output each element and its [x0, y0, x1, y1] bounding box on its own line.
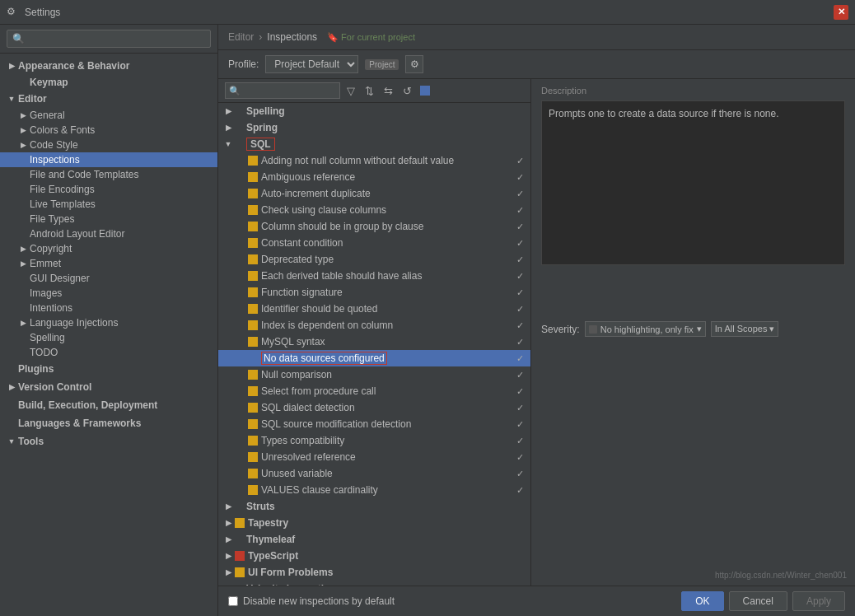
- check-icon[interactable]: [514, 484, 526, 496]
- sidebar-item-label: Tools: [18, 436, 44, 447]
- severity-dropdown[interactable]: No highlighting, only fix ▾: [585, 321, 706, 337]
- sidebar-item-label: File Types: [30, 213, 74, 225]
- sidebar-item-build-execution[interactable]: Build, Execution, Deployment: [0, 396, 217, 414]
- scope-box[interactable]: [420, 86, 430, 96]
- disable-checkbox[interactable]: [228, 596, 238, 606]
- sidebar-item-live-templates[interactable]: Live Templates: [0, 197, 217, 212]
- check-icon[interactable]: [514, 418, 526, 430]
- list-item[interactable]: Adding not null column without default v…: [218, 152, 530, 169]
- list-item[interactable]: Null comparison: [218, 366, 530, 383]
- sidebar-item-todo[interactable]: TODO: [0, 345, 217, 360]
- check-icon[interactable]: [514, 451, 526, 463]
- sidebar-item-intentions[interactable]: Intentions: [0, 301, 217, 315]
- gear-button[interactable]: ⚙: [405, 55, 423, 73]
- inspections-search-input[interactable]: [225, 82, 340, 99]
- sidebar-item-languages-frameworks[interactable]: Languages & Frameworks: [0, 414, 217, 432]
- list-item[interactable]: ▶Spelling: [218, 103, 530, 119]
- sidebar-item-plugins[interactable]: Plugins: [0, 360, 217, 378]
- check-icon[interactable]: [514, 188, 526, 199]
- check-icon[interactable]: [514, 254, 526, 265]
- close-button[interactable]: ✕: [834, 5, 848, 20]
- sidebar-item-emmet[interactable]: ▶Emmet: [0, 256, 217, 271]
- list-item[interactable]: ▶Thymeleaf: [218, 531, 530, 548]
- list-item[interactable]: ▶Struts: [218, 498, 530, 515]
- sidebar-item-file-code-templates[interactable]: File and Code Templates: [0, 167, 217, 182]
- sidebar-item-language-injections[interactable]: ▶Language Injections: [0, 315, 217, 330]
- list-item[interactable]: Column should be in group by clause: [218, 218, 530, 235]
- check-icon[interactable]: [514, 435, 526, 446]
- sidebar-item-appearance[interactable]: ▶Appearance & Behavior: [0, 57, 217, 75]
- check-icon[interactable]: [514, 237, 526, 249]
- cancel-button[interactable]: Cancel: [729, 591, 787, 611]
- sidebar-item-file-types[interactable]: File Types: [0, 212, 217, 226]
- list-item[interactable]: Unresolved reference: [218, 449, 530, 465]
- list-item[interactable]: Constant condition: [218, 235, 530, 251]
- list-item[interactable]: Each derived table should have alias: [218, 268, 530, 284]
- list-item[interactable]: ▼SQL: [218, 136, 530, 152]
- apply-button[interactable]: Apply: [792, 591, 845, 611]
- sidebar-item-version-control[interactable]: ▶Version Control: [0, 378, 217, 396]
- list-item[interactable]: ▶TypeScript: [218, 548, 530, 564]
- check-icon[interactable]: [514, 204, 526, 216]
- ok-button[interactable]: OK: [681, 591, 723, 611]
- sidebar-item-gui-designer[interactable]: GUI Designer: [0, 271, 217, 286]
- list-item[interactable]: ▶Tapestry: [218, 515, 530, 531]
- sidebar-item-inspections[interactable]: Inspections: [0, 152, 217, 167]
- sidebar-item-images[interactable]: Images: [0, 286, 217, 301]
- list-item-label: Check using clause columns: [261, 204, 386, 216]
- sidebar-search-input[interactable]: [7, 30, 211, 48]
- filter-button[interactable]: ▽: [343, 83, 358, 99]
- list-item[interactable]: Ambiguous reference: [218, 169, 530, 185]
- sidebar-item-spelling[interactable]: Spelling: [0, 330, 217, 345]
- sidebar-item-editor[interactable]: ▼Editor: [0, 90, 217, 108]
- list-item[interactable]: ▶UI Form Problems: [218, 564, 530, 581]
- check-icon[interactable]: [514, 402, 526, 413]
- title-bar: ⚙ Settings ✕: [0, 0, 855, 25]
- severity-indicator: [248, 485, 258, 495]
- check-icon[interactable]: [514, 270, 526, 282]
- breadcrumb-editor: Editor: [228, 31, 254, 43]
- sidebar-tree: ▶Appearance & BehaviorKeymap▼Editor▶Gene…: [0, 54, 217, 454]
- sidebar-item-code-style[interactable]: ▶Code Style: [0, 138, 217, 152]
- list-item[interactable]: Types compatibility: [218, 432, 530, 449]
- check-icon[interactable]: [514, 155, 526, 166]
- list-item[interactable]: Auto-increment duplicate: [218, 185, 530, 202]
- list-item[interactable]: SQL source modification detection: [218, 416, 530, 432]
- sidebar-item-copyright[interactable]: ▶Copyright: [0, 241, 217, 256]
- severity-label: Severity:: [541, 324, 580, 335]
- list-item[interactable]: VALUES clause cardinality: [218, 482, 530, 498]
- check-icon[interactable]: [514, 352, 526, 364]
- list-item[interactable]: Identifier should be quoted: [218, 301, 530, 317]
- list-item[interactable]: Index is dependent on column: [218, 317, 530, 334]
- list-item[interactable]: SQL dialect detection: [218, 399, 530, 416]
- list-item[interactable]: Deprecated type: [218, 251, 530, 268]
- list-item[interactable]: Check using clause columns: [218, 202, 530, 218]
- list-item[interactable]: ▶Spring: [218, 119, 530, 136]
- collapse-button[interactable]: ⇆: [381, 83, 396, 99]
- check-icon[interactable]: [514, 385, 526, 397]
- tree-arrow: ▼: [7, 436, 16, 446]
- profile-select[interactable]: Project Default Default: [265, 55, 358, 73]
- sidebar-item-tools[interactable]: ▼Tools: [0, 432, 217, 450]
- check-icon[interactable]: [514, 221, 526, 232]
- list-item[interactable]: MySQL syntax: [218, 334, 530, 350]
- reset-button[interactable]: ↺: [399, 83, 415, 99]
- list-item[interactable]: Function signature: [218, 284, 530, 301]
- check-icon[interactable]: [514, 287, 526, 298]
- sidebar-item-colors-fonts[interactable]: ▶Colors & Fonts: [0, 123, 217, 138]
- list-item[interactable]: No data sources configured: [218, 350, 530, 366]
- check-icon[interactable]: [514, 171, 526, 183]
- sidebar-item-general[interactable]: ▶General: [0, 108, 217, 123]
- check-icon[interactable]: [514, 336, 526, 348]
- expand-button[interactable]: ⇅: [362, 83, 377, 99]
- sidebar-item-android-layout[interactable]: Android Layout Editor: [0, 226, 217, 241]
- check-icon[interactable]: [514, 468, 526, 479]
- check-icon[interactable]: [514, 320, 526, 331]
- check-icon[interactable]: [514, 303, 526, 315]
- list-item[interactable]: Unused variable: [218, 465, 530, 482]
- sidebar-item-keymap[interactable]: Keymap: [0, 75, 217, 90]
- list-item[interactable]: Select from procedure call: [218, 383, 530, 399]
- sidebar-item-file-encodings[interactable]: File Encodings: [0, 182, 217, 197]
- scope-dropdown[interactable]: In All Scopes ▾: [711, 321, 779, 337]
- check-icon[interactable]: [514, 369, 526, 380]
